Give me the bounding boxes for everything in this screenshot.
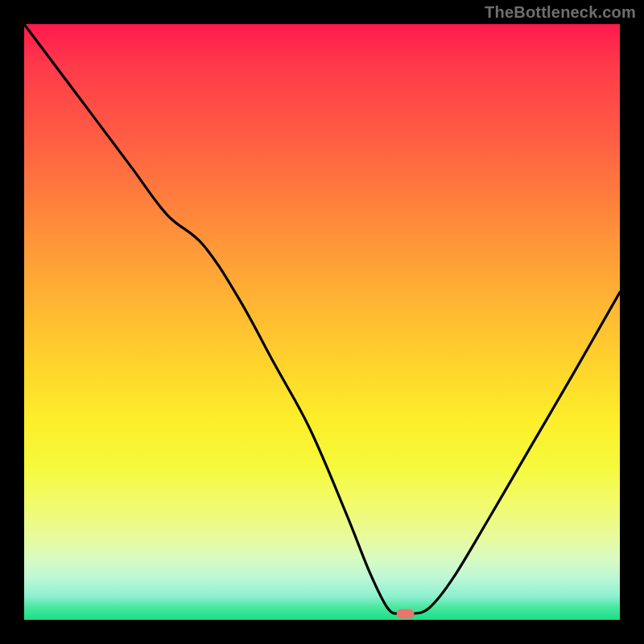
plot-area bbox=[24, 24, 620, 620]
optimal-point-marker bbox=[397, 609, 415, 619]
frame-left bbox=[0, 0, 24, 644]
bottleneck-curve bbox=[24, 24, 620, 615]
chart-svg bbox=[24, 24, 620, 620]
frame-right bbox=[620, 0, 644, 644]
watermark-text: TheBottleneck.com bbox=[485, 3, 636, 22]
frame-bottom bbox=[0, 620, 644, 644]
